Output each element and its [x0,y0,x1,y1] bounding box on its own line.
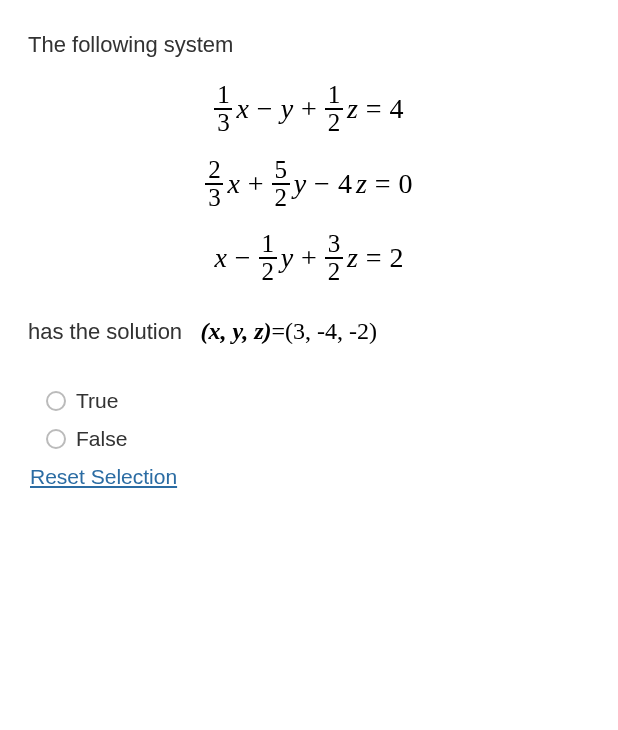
variable: y [292,168,308,200]
numerator: 1 [325,82,343,110]
coefficient: 4 [336,168,354,200]
solution-values: =(3, -4, -2) [272,318,378,344]
fraction: 2 3 [205,157,223,212]
denominator: 2 [325,259,343,285]
numerator: 3 [325,231,343,259]
operator: − [229,242,257,274]
fraction: 1 3 [214,82,232,137]
equals: = [369,168,397,200]
operator: + [295,242,323,274]
numerator: 1 [214,82,232,110]
reset-selection-link[interactable]: Reset Selection [30,465,177,489]
equation-3: x − 1 2 y + 3 2 z = 2 [94,231,524,286]
variable: z [345,242,360,274]
variable: x [212,242,228,274]
option-false[interactable]: False [46,427,590,451]
denominator: 2 [259,259,277,285]
equals: = [360,242,388,274]
fraction: 5 2 [272,157,290,212]
denominator: 3 [205,185,223,211]
operator: − [308,168,336,200]
numerator: 2 [205,157,223,185]
equation-1: 1 3 x − y + 1 2 z = 4 [94,82,524,137]
denominator: 2 [272,185,290,211]
option-true-label: True [76,389,118,413]
numerator: 1 [259,231,277,259]
variable: x [225,168,241,200]
solution-variables: (x, y, z) [200,318,271,344]
fraction: 1 2 [325,82,343,137]
option-true[interactable]: True [46,389,590,413]
numerator: 5 [272,157,290,185]
solution-expression: (x, y, z)=(3, -4, -2) [200,318,377,344]
solution-prefix: has the solution [28,319,182,344]
variable: z [345,93,360,125]
rhs-value: 4 [388,93,406,125]
equals: = [360,93,388,125]
rhs-value: 2 [388,242,406,274]
denominator: 3 [214,110,232,136]
variable: x [234,93,250,125]
rhs-value: 0 [397,168,415,200]
variable: y [279,242,295,274]
denominator: 2 [325,110,343,136]
solution-statement: has the solution (x, y, z)=(3, -4, -2) [28,318,590,345]
equation-2: 2 3 x + 5 2 y − 4z = 0 [94,157,524,212]
answer-options: True False [46,389,590,451]
operator: − [251,93,279,125]
equation-system: 1 3 x − y + 1 2 z = 4 2 3 x + 5 2 y − 4z… [94,82,524,286]
variable: z [354,168,369,200]
operator: + [295,93,323,125]
radio-true[interactable] [46,391,66,411]
option-false-label: False [76,427,127,451]
question-intro: The following system [28,32,590,58]
variable: y [279,93,295,125]
fraction: 3 2 [325,231,343,286]
fraction: 1 2 [259,231,277,286]
radio-false[interactable] [46,429,66,449]
operator: + [242,168,270,200]
